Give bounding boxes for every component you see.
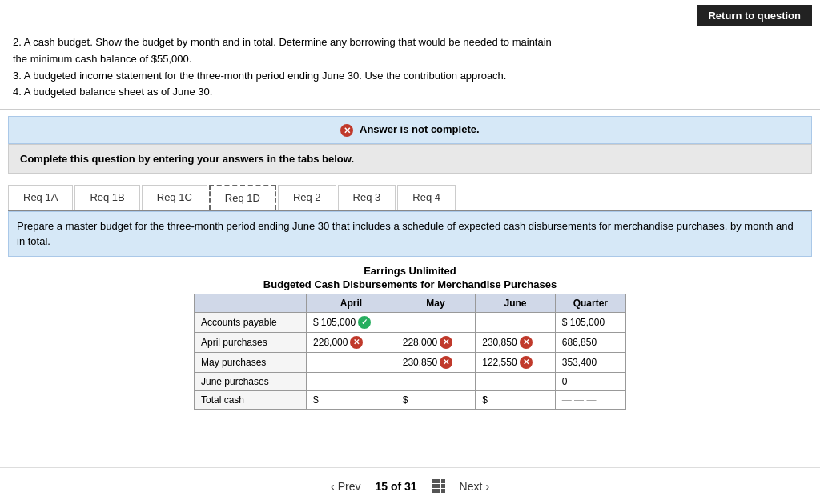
cell-may-april[interactable]: [307, 352, 396, 372]
cell-ap-april[interactable]: $ 105,000 ✓: [307, 312, 396, 332]
cell-total-may[interactable]: $: [396, 390, 476, 409]
cell-total-april[interactable]: $: [307, 390, 396, 409]
cell-apr-june[interactable]: 230,850 ✕: [476, 332, 556, 352]
answer-banner: ✕ Answer is not complete.: [8, 116, 812, 144]
tab-req1c[interactable]: Req 1C: [142, 185, 207, 210]
cell-ap-june[interactable]: [476, 312, 556, 332]
next-button[interactable]: Next ›: [460, 480, 489, 493]
cell-apr-quarter: 686,850: [555, 332, 625, 352]
table-title: Budgeted Cash Disbursements for Merchand…: [8, 278, 812, 290]
budget-table: April May June Quarter Accounts payable …: [194, 294, 626, 410]
tab-req2[interactable]: Req 2: [278, 185, 336, 210]
question-line-1: 2. A cash budget. Show the budget by mon…: [13, 34, 807, 51]
next-label: Next: [460, 480, 483, 493]
table-company: Earrings Unlimited: [8, 265, 812, 277]
cell-jun-april[interactable]: [307, 372, 396, 390]
check-icon: ✓: [358, 316, 371, 329]
answer-banner-text: Answer is not complete.: [360, 123, 480, 135]
col-header-label: [195, 294, 307, 312]
col-header-april: April: [307, 294, 396, 312]
row-label-may-purchases: May purchases: [195, 352, 307, 372]
tab-req1b[interactable]: Req 1B: [74, 185, 139, 210]
description-text: Prepare a master budget for the three-mo…: [17, 220, 794, 248]
tabs-container: Req 1A Req 1B Req 1C Req 1D Req 2 Req 3 …: [8, 185, 812, 211]
page-info: 15 of 31: [375, 480, 416, 493]
answer-x-icon: ✕: [340, 124, 353, 137]
question-line-2: the minimum cash balance of $55,000.: [13, 51, 807, 68]
col-header-june: June: [476, 294, 556, 312]
x-icon: ✕: [440, 336, 452, 349]
cell-jun-quarter: 0: [555, 372, 625, 390]
instruction-box: Complete this question by entering your …: [8, 144, 812, 174]
col-header-quarter: Quarter: [555, 294, 625, 312]
prev-chevron-icon: ‹: [331, 480, 335, 493]
total-pages: 31: [404, 480, 417, 493]
cell-may-may[interactable]: 230,850 ✕: [396, 352, 476, 372]
col-header-may: May: [396, 294, 476, 312]
tab-req1a[interactable]: Req 1A: [8, 185, 73, 210]
cell-ap-may[interactable]: [396, 312, 476, 332]
table-row: May purchases 230,850 ✕ 122,550 ✕ 353,40…: [195, 352, 626, 372]
cell-total-quarter: — — —: [555, 390, 625, 409]
x-icon: ✕: [520, 336, 533, 349]
grid-icon[interactable]: [432, 479, 445, 493]
row-label-june-purchases: June purchases: [195, 372, 307, 390]
prev-label: Prev: [338, 480, 361, 493]
description-area: Prepare a master budget for the three-mo…: [8, 211, 812, 257]
table-header-row: April May June Quarter: [195, 294, 626, 312]
table-row: April purchases 228,000 ✕ 228,000 ✕ 230,: [195, 332, 626, 352]
tab-req4[interactable]: Req 4: [397, 185, 456, 210]
cell-may-june[interactable]: 122,550 ✕: [476, 352, 556, 372]
table-area: Earrings Unlimited Budgeted Cash Disburs…: [8, 265, 812, 410]
cell-apr-april[interactable]: 228,000 ✕: [307, 332, 396, 352]
question-line-3: 3. A budgeted income statement for the t…: [13, 68, 807, 85]
cell-apr-may[interactable]: 228,000 ✕: [396, 332, 476, 352]
prev-button[interactable]: ‹ Prev: [331, 480, 360, 493]
question-text: 2. A cash budget. Show the budget by mon…: [0, 31, 820, 109]
cell-may-quarter: 353,400: [555, 352, 625, 372]
row-label-accounts-payable: Accounts payable: [195, 312, 307, 332]
question-line-4: 4. A budgeted balance sheet as of June 3…: [13, 84, 807, 101]
tab-req3[interactable]: Req 3: [338, 185, 396, 210]
next-chevron-icon: ›: [485, 480, 489, 493]
table-row: June purchases 0: [195, 372, 626, 390]
instruction-text: Complete this question by entering your …: [20, 153, 354, 165]
row-label-total-cash: Total cash: [195, 390, 307, 409]
cell-total-june[interactable]: $: [476, 390, 556, 409]
table-row: Total cash $ $ $ — — —: [195, 390, 626, 409]
current-page: 15: [375, 480, 388, 493]
cell-jun-may[interactable]: [396, 372, 476, 390]
x-icon: ✕: [350, 336, 363, 349]
divider: [0, 109, 820, 110]
row-label-april-purchases: April purchases: [195, 332, 307, 352]
x-icon: ✕: [440, 356, 452, 369]
page-of: of: [391, 480, 404, 493]
cell-jun-june[interactable]: [476, 372, 556, 390]
cell-ap-quarter: $ 105,000: [555, 312, 625, 332]
x-icon: ✕: [520, 356, 533, 369]
table-row: Accounts payable $ 105,000 ✓ $ 105,000: [195, 312, 626, 332]
tab-req1d[interactable]: Req 1D: [209, 185, 276, 210]
bottom-nav: ‹ Prev 15 of 31 Next ›: [0, 467, 820, 504]
return-to-question-button[interactable]: Return to question: [697, 5, 812, 26]
top-bar: Return to question: [0, 0, 820, 31]
